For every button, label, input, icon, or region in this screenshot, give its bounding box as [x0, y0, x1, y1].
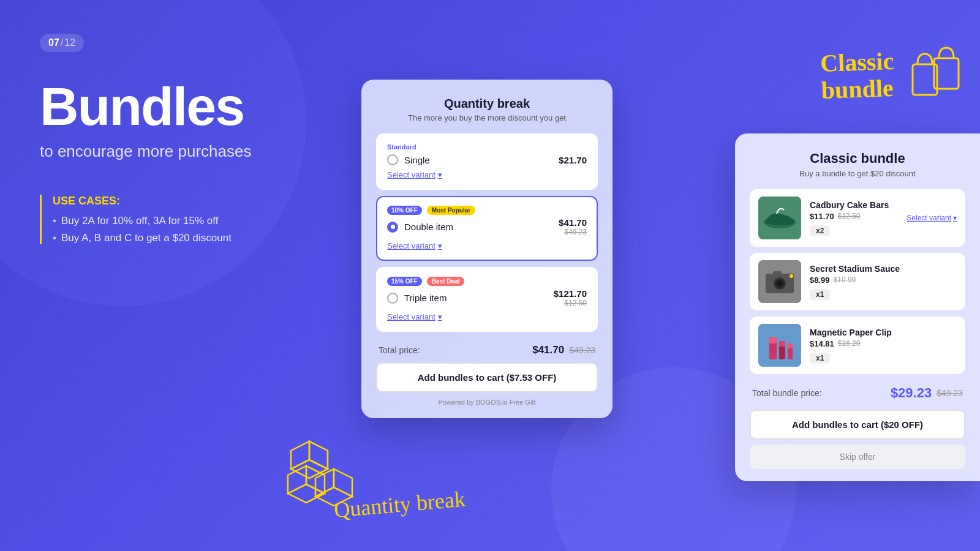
- select-variant-double[interactable]: Select variant ▾: [387, 241, 442, 250]
- option-triple-top: Triple item $121.70 $12.50: [387, 288, 587, 307]
- option-double-label: Double item: [404, 222, 453, 232]
- cc-total-prices: $29.23 $49.23: [891, 385, 963, 401]
- option-double-top: Double item $41.70 $49.23: [387, 217, 587, 236]
- cc-total-row: Total bundle price: $29.23 $49.23: [750, 380, 965, 410]
- cc-title: Classic bundle: [750, 151, 965, 167]
- qc-title: Quantity break: [376, 97, 598, 111]
- cc-skip-button[interactable]: Skip offer: [750, 444, 965, 469]
- bundle-item-2-prices: $8.99 $10.99: [810, 276, 957, 285]
- slide-counter: 07 / 12: [40, 34, 84, 52]
- total-current: $41.70: [532, 344, 564, 356]
- radio-triple[interactable]: [387, 293, 398, 304]
- svg-marker-22: [288, 484, 325, 503]
- item1-qty: x2: [810, 225, 830, 236]
- classic-bundle-card: Classic bundle Buy a bundle to get $20 d…: [735, 133, 980, 481]
- bundle-item-1-right: Select variant ▾: [907, 214, 957, 222]
- option-single-price: $21.70: [559, 155, 587, 165]
- bundle-item-3-name: Magnetic Paper Clip: [810, 328, 957, 337]
- svg-rect-17: [788, 343, 793, 348]
- svg-rect-15: [779, 341, 785, 347]
- bundle-item-2-name: Secret Stadium Sauce: [810, 264, 957, 274]
- option-triple-left: Triple item: [387, 293, 447, 304]
- option-double-badges: 10% OFF Most Popular: [387, 206, 587, 215]
- left-section: Bundles to encourage more purchases USE …: [40, 80, 346, 249]
- select-variant-triple[interactable]: Select variant ▾: [387, 312, 442, 321]
- add-to-cart-button[interactable]: Add bundles to cart ($7.53 OFF): [376, 362, 598, 392]
- badge-popular: Most Popular: [427, 206, 475, 215]
- bundle-item-2: Secret Stadium Sauce $8.99 $10.99 x1: [750, 253, 965, 310]
- chevron-down-icon-2: ▾: [438, 241, 442, 250]
- use-case-item-1: Buy 2A for 10% off, 3A for 15% off: [53, 215, 346, 227]
- classic-label-decoration: Classicbundle: [820, 48, 895, 104]
- radio-single[interactable]: [387, 154, 398, 165]
- svg-rect-9: [773, 271, 782, 276]
- bundle-item-3-prices: $14.81 $16.20: [810, 339, 957, 348]
- option-double-price: $41.70 $49.23: [559, 217, 587, 236]
- badge-15off: 15% OFF: [387, 277, 422, 286]
- cc-add-cart-button[interactable]: Add bundles to cart ($20 OFF): [750, 410, 965, 440]
- select-variant-item1[interactable]: Select variant ▾: [907, 214, 957, 222]
- total-row: Total price: $41.70 $49.23: [376, 338, 598, 362]
- item3-price: $14.81: [810, 339, 834, 348]
- svg-rect-12: [769, 342, 777, 359]
- item3-qty: x1: [810, 353, 830, 364]
- double-price-main: $41.70: [559, 217, 587, 228]
- bundle-item-2-info: Secret Stadium Sauce $8.99 $10.99 x1: [810, 264, 957, 300]
- double-price-old: $49.23: [559, 228, 587, 236]
- option-triple-label: Triple item: [404, 293, 447, 303]
- option-double-left: Double item: [387, 222, 453, 233]
- main-subtitle: to encourage more purchases: [40, 142, 346, 161]
- svg-rect-14: [779, 345, 785, 359]
- svg-point-8: [778, 282, 782, 285]
- option-single-left: Single: [387, 154, 430, 165]
- select-variant-single[interactable]: Select variant ▾: [387, 170, 442, 179]
- bundle-img-shoe: [758, 197, 801, 239]
- main-title: Bundles: [40, 80, 346, 133]
- svg-rect-13: [769, 337, 777, 343]
- triple-price-old: $12.50: [554, 299, 587, 307]
- counter-separator: /: [61, 37, 63, 48]
- chevron-down-icon-4: ▾: [953, 214, 957, 222]
- cc-total-old: $49.23: [937, 388, 963, 398]
- total-prices: $41.70 $49.23: [532, 344, 595, 356]
- bundle-item-1-name: Cadbury Cake Bars: [810, 200, 898, 210]
- qc-subtitle: The more you buy the more discount you g…: [376, 113, 598, 122]
- chevron-down-icon: ▾: [438, 170, 442, 179]
- cc-subtitle: Buy a bundle to get $20 discount: [750, 169, 965, 178]
- option-double[interactable]: 10% OFF Most Popular Double item $41.70 …: [376, 196, 598, 261]
- item2-qty: x1: [810, 289, 830, 300]
- bundle-item-1-info: Cadbury Cake Bars $11.70 $12.50 x2: [810, 200, 898, 236]
- total-old: $49.23: [569, 345, 595, 355]
- option-single-top: Single $21.70: [387, 154, 587, 165]
- use-cases-list: Buy 2A for 10% off, 3A for 15% off Buy A…: [53, 215, 346, 244]
- single-price-main: $21.70: [559, 155, 587, 165]
- counter-current: 07: [48, 37, 59, 48]
- item1-price: $11.70: [810, 212, 834, 221]
- item3-old-price: $16.20: [838, 339, 861, 348]
- quantity-card: Quantity break The more you buy the more…: [361, 80, 612, 418]
- svg-rect-16: [788, 347, 793, 359]
- standard-label: Standard: [387, 143, 587, 151]
- radio-double[interactable]: [387, 222, 398, 233]
- item2-price: $8.99: [810, 276, 830, 285]
- bag-svg-decoration: [900, 43, 968, 113]
- bundle-item-1-prices: $11.70 $12.50: [810, 212, 898, 221]
- bundle-item-1: Cadbury Cake Bars $11.70 $12.50 x2 Selec…: [750, 189, 965, 247]
- triple-price-main: $121.70: [554, 288, 587, 299]
- option-single[interactable]: Standard Single $21.70 Select variant ▾: [376, 133, 598, 190]
- badge-10off: 10% OFF: [387, 206, 422, 215]
- option-triple[interactable]: 15% OFF Best Deal Triple item $121.70 $1…: [376, 267, 598, 332]
- total-label: Total price:: [379, 345, 420, 355]
- svg-point-10: [790, 274, 793, 278]
- bundle-img-lipstick: [758, 324, 801, 367]
- use-case-item-2: Buy A, B and C to get a $20 discount: [53, 232, 346, 244]
- chevron-down-icon-3: ▾: [438, 312, 442, 321]
- cc-total-label: Total bundle price:: [752, 388, 822, 398]
- bundle-item-3: Magnetic Paper Clip $14.81 $16.20 x1: [750, 317, 965, 374]
- option-triple-badges: 15% OFF Best Deal: [387, 277, 587, 286]
- badge-deal: Best Deal: [427, 277, 465, 286]
- option-single-label: Single: [404, 155, 430, 165]
- use-cases-title: USE CASES:: [53, 195, 346, 208]
- item1-old-price: $12.50: [838, 212, 861, 220]
- svg-marker-26: [334, 469, 352, 497]
